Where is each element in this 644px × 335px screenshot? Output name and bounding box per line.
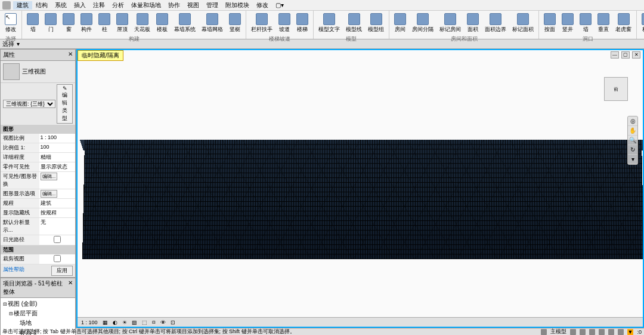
- shadows-icon[interactable]: ▨: [131, 319, 138, 325]
- prop-value[interactable]: [39, 235, 76, 245]
- wall-button[interactable]: 墙: [24, 12, 41, 35]
- curtain-button[interactable]: 幕墙系统: [172, 12, 198, 35]
- prop-value[interactable]: 精细: [39, 153, 76, 162]
- door-button[interactable]: 门: [42, 12, 59, 35]
- close-view-button[interactable]: ✕: [632, 51, 640, 59]
- menu-structure[interactable]: 结构: [32, 1, 51, 10]
- editable-only-icon[interactable]: [570, 329, 576, 335]
- canvas[interactable]: [78, 50, 643, 317]
- wall-o-button[interactable]: 墙: [577, 12, 594, 35]
- model-text-button[interactable]: 模型文字: [316, 12, 342, 35]
- 3d-viewport[interactable]: 临时隐藏/隔离 — ▢ ✕ 前 ◎ ✋ 🔍 ↻ ▾ 1 : 100 ▦: [76, 49, 644, 328]
- shaft-button[interactable]: 竖井: [559, 12, 576, 35]
- ramp-button[interactable]: 坡道: [276, 12, 293, 35]
- menu-addins[interactable]: 附加模块: [222, 1, 253, 10]
- prop-value[interactable]: 100: [39, 143, 76, 152]
- drag-icon[interactable]: [618, 329, 624, 335]
- reveal-hidden-icon[interactable]: ⊡: [169, 319, 177, 325]
- prop-value[interactable]: 按规程: [39, 208, 76, 217]
- minimize-view-button[interactable]: —: [611, 51, 619, 59]
- prop-section-header[interactable]: 图形: [1, 125, 75, 134]
- prop-value[interactable]: [39, 254, 76, 264]
- pan-icon[interactable]: ✋: [628, 126, 637, 136]
- menu-insert[interactable]: 插入: [70, 1, 89, 10]
- vertical-button[interactable]: 垂直: [595, 12, 612, 35]
- menu-architecture[interactable]: 建筑: [13, 1, 32, 10]
- tree-node[interactable]: 场地: [2, 318, 74, 328]
- menu-manage[interactable]: 管理: [203, 1, 222, 10]
- select-face-icon[interactable]: [608, 329, 614, 335]
- prop-value[interactable]: 建筑: [39, 199, 76, 208]
- menu-collaborate[interactable]: 协作: [165, 1, 184, 10]
- by-face-button[interactable]: 按面: [541, 12, 558, 35]
- curtain-grid-button[interactable]: 幕墙网格: [199, 12, 225, 35]
- window-button[interactable]: 窗: [60, 12, 77, 35]
- scale-display[interactable]: 1 : 100: [80, 319, 99, 325]
- floor-button[interactable]: 楼板: [154, 12, 171, 35]
- tree-label[interactable]: 视图 (全部): [8, 300, 37, 308]
- collapse-icon[interactable]: ⊟: [2, 302, 8, 307]
- roof-button[interactable]: 屋顶: [114, 12, 131, 35]
- prop-value[interactable]: 1 : 100: [39, 134, 76, 143]
- apply-button[interactable]: 应用: [51, 266, 73, 276]
- prop-value[interactable]: 显示原状态: [39, 162, 76, 171]
- properties-help-link[interactable]: 属性帮助: [3, 266, 24, 276]
- hide-isolate-icon[interactable]: 👁: [159, 319, 167, 325]
- menu-systems[interactable]: 系统: [51, 1, 70, 10]
- sun-path-icon[interactable]: ☀: [121, 319, 128, 325]
- tree-label[interactable]: 场地: [20, 319, 32, 327]
- select-underlay-icon[interactable]: [589, 329, 595, 335]
- menu-more-icon[interactable]: ▢▾: [272, 2, 287, 8]
- close-icon[interactable]: ✕: [68, 51, 73, 59]
- rebar-cage-model[interactable]: [82, 140, 643, 259]
- ceiling-button[interactable]: 天花板: [132, 12, 153, 35]
- visual-style-icon[interactable]: ◐: [112, 319, 119, 325]
- mullion-button[interactable]: 竖梃: [227, 12, 243, 35]
- menu-massing[interactable]: 体量和场地: [128, 1, 165, 10]
- railing-button[interactable]: 栏杆扶手: [249, 12, 275, 35]
- rendering-icon[interactable]: ⬚: [141, 319, 148, 325]
- dormer-button[interactable]: 老虎窗: [613, 12, 634, 35]
- workset-icon[interactable]: [541, 329, 547, 335]
- tree-node[interactable]: ⊟楼层平面: [2, 309, 74, 318]
- detail-level-icon[interactable]: ▦: [101, 319, 109, 325]
- close-icon[interactable]: ✕: [68, 279, 73, 296]
- menu-analyze[interactable]: 分析: [109, 1, 128, 10]
- app-icon[interactable]: [2, 1, 11, 10]
- orbit-icon[interactable]: ↻: [628, 145, 637, 155]
- viewcube-face-front[interactable]: 前: [604, 77, 628, 101]
- edit-button[interactable]: 编辑...: [41, 173, 58, 180]
- area-tag-button[interactable]: 标记面积: [510, 12, 536, 35]
- area-bound-button[interactable]: 面积边界: [482, 12, 509, 35]
- room-sep-button[interactable]: 房间分隔: [410, 12, 436, 35]
- level-button[interactable]: 标高: [639, 12, 644, 35]
- prop-value[interactable]: 无: [39, 218, 76, 235]
- crop-view-icon[interactable]: ⧈: [151, 319, 157, 325]
- menu-annotate[interactable]: 注释: [89, 1, 109, 10]
- type-selector[interactable]: 三维视图: {三维}: [3, 100, 55, 108]
- tree-node[interactable]: ⊟视图 (全部): [2, 299, 74, 309]
- tree-label[interactable]: 楼层平面: [14, 309, 38, 318]
- nav-more-icon[interactable]: ▾: [628, 155, 637, 164]
- select-pinned-icon[interactable]: [599, 329, 605, 335]
- model-group-button[interactable]: 模型组: [366, 12, 386, 35]
- prop-value[interactable]: 编辑...: [39, 189, 76, 198]
- select-links-icon[interactable]: [580, 329, 586, 335]
- menu-modify[interactable]: 修改: [253, 1, 272, 10]
- viewcube[interactable]: 前: [604, 77, 634, 107]
- component-button[interactable]: 构件: [78, 12, 95, 35]
- selection-dropdown-icon[interactable]: ▾: [17, 41, 20, 47]
- stair-button[interactable]: 楼梯: [294, 12, 311, 35]
- maximize-view-button[interactable]: ▢: [621, 51, 630, 59]
- menu-view[interactable]: 视图: [184, 1, 203, 10]
- prop-section-header[interactable]: 范围: [1, 245, 75, 254]
- room-button[interactable]: 房间: [392, 12, 408, 35]
- column-button[interactable]: 柱: [96, 12, 113, 35]
- area-button[interactable]: 面积: [465, 12, 481, 35]
- room-tag-button[interactable]: 标记房间: [437, 12, 463, 35]
- modify-button[interactable]: ↖ 修改: [2, 12, 19, 35]
- zoom-icon[interactable]: 🔍: [628, 136, 637, 145]
- prop-checkbox[interactable]: [41, 236, 75, 243]
- prop-checkbox[interactable]: [41, 255, 75, 262]
- model-line-button[interactable]: 模型线: [343, 12, 364, 35]
